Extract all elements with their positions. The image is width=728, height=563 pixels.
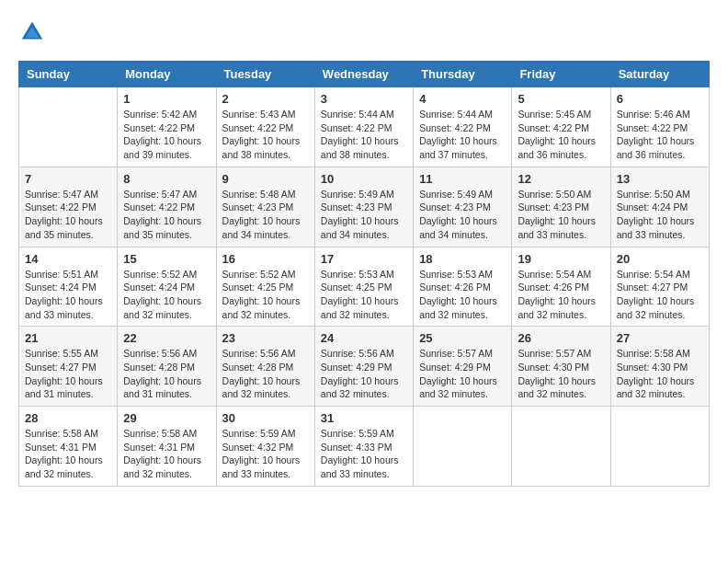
calendar-cell: 3Sunrise: 5:44 AMSunset: 4:22 PMDaylight… xyxy=(314,87,413,167)
day-info: Sunrise: 5:53 AMSunset: 4:25 PMDaylight:… xyxy=(321,268,407,322)
calendar-week-row: 7Sunrise: 5:47 AMSunset: 4:22 PMDaylight… xyxy=(19,167,710,247)
day-info: Sunrise: 5:45 AMSunset: 4:22 PMDaylight:… xyxy=(518,108,604,162)
day-number: 24 xyxy=(321,331,407,345)
day-info: Sunrise: 5:56 AMSunset: 4:28 PMDaylight:… xyxy=(123,347,210,401)
day-number: 23 xyxy=(222,331,309,345)
calendar-cell: 13Sunrise: 5:50 AMSunset: 4:24 PMDayligh… xyxy=(610,167,709,247)
day-info: Sunrise: 5:57 AMSunset: 4:30 PMDaylight:… xyxy=(518,347,604,401)
calendar-week-row: 28Sunrise: 5:58 AMSunset: 4:31 PMDayligh… xyxy=(19,407,710,487)
day-number: 11 xyxy=(419,172,506,186)
day-info: Sunrise: 5:44 AMSunset: 4:22 PMDaylight:… xyxy=(321,108,407,162)
calendar-cell xyxy=(19,87,118,167)
day-number: 21 xyxy=(25,331,111,345)
calendar-cell: 7Sunrise: 5:47 AMSunset: 4:22 PMDaylight… xyxy=(19,167,118,247)
page-header xyxy=(18,18,710,46)
day-info: Sunrise: 5:47 AMSunset: 4:22 PMDaylight:… xyxy=(25,188,111,242)
column-header-monday: Monday xyxy=(118,62,216,87)
day-number: 13 xyxy=(617,172,703,186)
day-info: Sunrise: 5:44 AMSunset: 4:22 PMDaylight:… xyxy=(419,108,506,162)
day-number: 4 xyxy=(419,92,506,106)
day-number: 20 xyxy=(617,252,703,266)
day-number: 31 xyxy=(321,411,407,425)
day-info: Sunrise: 5:43 AMSunset: 4:22 PMDaylight:… xyxy=(222,108,309,162)
calendar-cell: 24Sunrise: 5:56 AMSunset: 4:29 PMDayligh… xyxy=(314,327,413,407)
day-info: Sunrise: 5:54 AMSunset: 4:26 PMDaylight:… xyxy=(518,268,604,322)
calendar-week-row: 21Sunrise: 5:55 AMSunset: 4:27 PMDayligh… xyxy=(19,327,710,407)
calendar-cell xyxy=(610,407,709,487)
calendar-cell: 16Sunrise: 5:52 AMSunset: 4:25 PMDayligh… xyxy=(216,247,314,327)
day-number: 26 xyxy=(518,331,604,345)
day-number: 30 xyxy=(222,411,309,425)
day-info: Sunrise: 5:49 AMSunset: 4:23 PMDaylight:… xyxy=(419,188,506,242)
column-header-thursday: Thursday xyxy=(414,62,512,87)
calendar-cell: 6Sunrise: 5:46 AMSunset: 4:22 PMDaylight… xyxy=(610,87,709,167)
day-info: Sunrise: 5:55 AMSunset: 4:27 PMDaylight:… xyxy=(25,347,111,401)
calendar-week-row: 14Sunrise: 5:51 AMSunset: 4:24 PMDayligh… xyxy=(19,247,710,327)
day-number: 28 xyxy=(25,411,111,425)
day-info: Sunrise: 5:56 AMSunset: 4:28 PMDaylight:… xyxy=(222,347,309,401)
calendar-cell: 20Sunrise: 5:54 AMSunset: 4:27 PMDayligh… xyxy=(610,247,709,327)
day-number: 12 xyxy=(518,172,604,186)
calendar-cell: 21Sunrise: 5:55 AMSunset: 4:27 PMDayligh… xyxy=(19,327,118,407)
day-info: Sunrise: 5:58 AMSunset: 4:31 PMDaylight:… xyxy=(25,427,111,481)
calendar-cell: 12Sunrise: 5:50 AMSunset: 4:23 PMDayligh… xyxy=(512,167,610,247)
calendar-cell: 9Sunrise: 5:48 AMSunset: 4:23 PMDaylight… xyxy=(216,167,314,247)
day-number: 5 xyxy=(518,92,604,106)
calendar-cell: 11Sunrise: 5:49 AMSunset: 4:23 PMDayligh… xyxy=(414,167,512,247)
calendar-cell: 18Sunrise: 5:53 AMSunset: 4:26 PMDayligh… xyxy=(414,247,512,327)
calendar-cell xyxy=(414,407,512,487)
calendar-cell: 19Sunrise: 5:54 AMSunset: 4:26 PMDayligh… xyxy=(512,247,610,327)
day-number: 15 xyxy=(123,252,210,266)
day-info: Sunrise: 5:59 AMSunset: 4:32 PMDaylight:… xyxy=(222,427,309,481)
day-info: Sunrise: 5:59 AMSunset: 4:33 PMDaylight:… xyxy=(321,427,407,481)
calendar-cell: 28Sunrise: 5:58 AMSunset: 4:31 PMDayligh… xyxy=(19,407,118,487)
day-info: Sunrise: 5:47 AMSunset: 4:22 PMDaylight:… xyxy=(123,188,210,242)
day-info: Sunrise: 5:57 AMSunset: 4:29 PMDaylight:… xyxy=(419,347,506,401)
day-info: Sunrise: 5:42 AMSunset: 4:22 PMDaylight:… xyxy=(123,108,210,162)
day-info: Sunrise: 5:48 AMSunset: 4:23 PMDaylight:… xyxy=(222,188,309,242)
day-info: Sunrise: 5:58 AMSunset: 4:30 PMDaylight:… xyxy=(617,347,703,401)
column-header-saturday: Saturday xyxy=(610,62,709,87)
calendar-cell: 23Sunrise: 5:56 AMSunset: 4:28 PMDayligh… xyxy=(216,327,314,407)
calendar-week-row: 1Sunrise: 5:42 AMSunset: 4:22 PMDaylight… xyxy=(19,87,710,167)
calendar-cell: 26Sunrise: 5:57 AMSunset: 4:30 PMDayligh… xyxy=(512,327,610,407)
day-number: 14 xyxy=(25,252,111,266)
column-header-tuesday: Tuesday xyxy=(216,62,314,87)
day-number: 17 xyxy=(321,252,407,266)
day-info: Sunrise: 5:49 AMSunset: 4:23 PMDaylight:… xyxy=(321,188,407,242)
logo-icon xyxy=(18,18,46,46)
calendar-cell: 25Sunrise: 5:57 AMSunset: 4:29 PMDayligh… xyxy=(414,327,512,407)
column-header-friday: Friday xyxy=(512,62,610,87)
calendar-cell: 14Sunrise: 5:51 AMSunset: 4:24 PMDayligh… xyxy=(19,247,118,327)
day-info: Sunrise: 5:50 AMSunset: 4:23 PMDaylight:… xyxy=(518,188,604,242)
calendar-cell: 5Sunrise: 5:45 AMSunset: 4:22 PMDaylight… xyxy=(512,87,610,167)
day-number: 3 xyxy=(321,92,407,106)
calendar-cell: 30Sunrise: 5:59 AMSunset: 4:32 PMDayligh… xyxy=(216,407,314,487)
day-info: Sunrise: 5:52 AMSunset: 4:25 PMDaylight:… xyxy=(222,268,309,322)
calendar-cell: 10Sunrise: 5:49 AMSunset: 4:23 PMDayligh… xyxy=(314,167,413,247)
day-info: Sunrise: 5:51 AMSunset: 4:24 PMDaylight:… xyxy=(25,268,111,322)
calendar-cell: 2Sunrise: 5:43 AMSunset: 4:22 PMDaylight… xyxy=(216,87,314,167)
day-info: Sunrise: 5:58 AMSunset: 4:31 PMDaylight:… xyxy=(123,427,210,481)
day-number: 2 xyxy=(222,92,309,106)
calendar-header-row: SundayMondayTuesdayWednesdayThursdayFrid… xyxy=(19,62,710,87)
calendar-cell: 4Sunrise: 5:44 AMSunset: 4:22 PMDaylight… xyxy=(414,87,512,167)
calendar-cell xyxy=(512,407,610,487)
day-info: Sunrise: 5:56 AMSunset: 4:29 PMDaylight:… xyxy=(321,347,407,401)
day-number: 16 xyxy=(222,252,309,266)
day-info: Sunrise: 5:54 AMSunset: 4:27 PMDaylight:… xyxy=(617,268,703,322)
calendar-cell: 15Sunrise: 5:52 AMSunset: 4:24 PMDayligh… xyxy=(118,247,216,327)
column-header-sunday: Sunday xyxy=(19,62,118,87)
day-number: 19 xyxy=(518,252,604,266)
day-number: 18 xyxy=(419,252,506,266)
calendar-cell: 27Sunrise: 5:58 AMSunset: 4:30 PMDayligh… xyxy=(610,327,709,407)
calendar-cell: 22Sunrise: 5:56 AMSunset: 4:28 PMDayligh… xyxy=(118,327,216,407)
calendar-cell: 1Sunrise: 5:42 AMSunset: 4:22 PMDaylight… xyxy=(118,87,216,167)
day-number: 10 xyxy=(321,172,407,186)
day-number: 7 xyxy=(25,172,111,186)
day-number: 22 xyxy=(123,331,210,345)
day-number: 25 xyxy=(419,331,506,345)
day-info: Sunrise: 5:46 AMSunset: 4:22 PMDaylight:… xyxy=(617,108,703,162)
logo xyxy=(18,18,48,46)
day-number: 8 xyxy=(123,172,210,186)
